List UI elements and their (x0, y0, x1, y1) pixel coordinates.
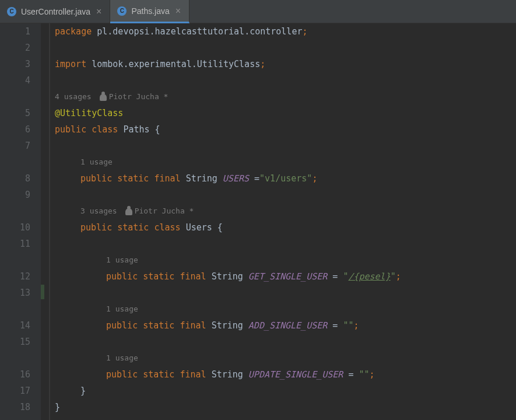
code-line: @UtilityClass (44, 105, 516, 121)
close-icon[interactable]: × (174, 6, 182, 16)
java-class-icon: C (117, 6, 127, 16)
code-editor[interactable]: 1 2 3 4 5 6 7 8 9 10 11 12 13 14 15 16 1… (0, 23, 516, 420)
code-line (44, 187, 516, 203)
code-line (44, 285, 516, 301)
line-number (0, 252, 30, 268)
line-number (0, 301, 30, 317)
line-number (0, 350, 30, 366)
code-line: public static final String USERS ="v1/us… (44, 170, 516, 187)
tab-paths[interactable]: C Paths.java × (110, 0, 189, 23)
usages-hint[interactable]: 4 usages (55, 89, 92, 105)
person-icon (125, 208, 132, 215)
inlay-hint: 3 usagesPiotr Jucha * (44, 203, 516, 219)
indent-guide (49, 23, 50, 420)
code-line (44, 138, 516, 154)
code-line: public class Paths { (44, 121, 516, 138)
code-line: public static final String UPDATE_SINGLE… (44, 366, 516, 383)
line-number: 14 (0, 317, 30, 334)
usages-hint[interactable]: 3 usages (80, 203, 117, 219)
line-number: 17 (0, 383, 30, 399)
inlay-hint: 1 usage (44, 154, 516, 170)
code-line (44, 236, 516, 252)
code-line (44, 72, 516, 89)
line-number: 7 (0, 138, 30, 154)
usages-hint[interactable]: 1 usage (106, 301, 138, 317)
author-hint[interactable]: Piotr Jucha * (100, 89, 169, 105)
line-number (0, 89, 30, 105)
line-number (0, 203, 30, 219)
inlay-hint: 1 usage (44, 252, 516, 268)
code-line: public static final String GET_SINGLE_US… (44, 268, 516, 285)
inlay-hint: 4 usagesPiotr Jucha * (44, 89, 516, 105)
line-gutter: 1 2 3 4 5 6 7 8 9 10 11 12 13 14 15 16 1… (0, 23, 41, 420)
usages-hint[interactable]: 1 usage (106, 350, 138, 366)
code-line: package pl.devopsi.hazelcasttutorial.con… (44, 23, 516, 40)
line-number (0, 154, 30, 170)
line-number: 13 (0, 285, 30, 301)
code-line: public static class Users { (44, 219, 516, 236)
code-line: } (44, 383, 516, 399)
line-number: 9 (0, 187, 30, 203)
java-class-icon: C (7, 7, 16, 16)
close-icon[interactable]: × (95, 7, 103, 16)
line-number: 3 (0, 56, 30, 72)
line-number: 15 (0, 334, 30, 350)
line-number: 11 (0, 236, 30, 252)
line-number: 5 (0, 105, 30, 121)
line-number: 4 (0, 72, 30, 89)
vcs-change-marker (41, 285, 44, 299)
inlay-hint: 1 usage (44, 350, 516, 366)
line-number: 10 (0, 219, 30, 236)
editor-tabs: C UserController.java × C Paths.java × (0, 0, 516, 23)
line-number: 6 (0, 121, 30, 138)
tab-label: Paths.java (131, 6, 169, 16)
person-icon (100, 94, 107, 101)
line-number: 12 (0, 268, 30, 285)
line-number: 18 (0, 399, 30, 415)
code-line: public static final String ADD_SINGLE_US… (44, 317, 516, 334)
code-line (44, 334, 516, 350)
inlay-hint: 1 usage (44, 301, 516, 317)
line-number: 2 (0, 40, 30, 56)
usages-hint[interactable]: 1 usage (80, 154, 113, 170)
usages-hint[interactable]: 1 usage (106, 252, 138, 268)
code-line: } (44, 399, 516, 415)
tab-usercontroller[interactable]: C UserController.java × (0, 0, 110, 23)
line-number: 16 (0, 366, 30, 383)
author-hint[interactable]: Piotr Jucha * (125, 203, 194, 219)
tab-label: UserController.java (21, 7, 90, 16)
line-number: 8 (0, 170, 30, 187)
code-area[interactable]: package pl.devopsi.hazelcasttutorial.con… (41, 23, 516, 420)
line-number: 1 (0, 23, 30, 40)
code-line (44, 40, 516, 56)
code-line: import lombok.experimental.UtilityClass; (44, 56, 516, 72)
